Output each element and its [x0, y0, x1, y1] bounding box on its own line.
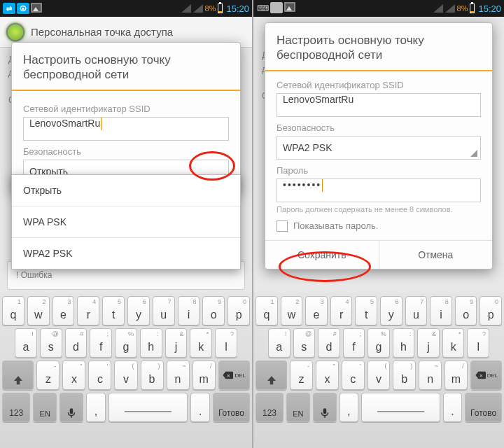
security-option-wpa2[interactable]: WPA2 PSK	[12, 238, 240, 269]
key-t[interactable]: t5	[102, 296, 125, 326]
keyboard-status-icon: ⌨	[256, 2, 269, 15]
space-key[interactable]	[108, 393, 188, 422]
wifi-status-icon: ⦿	[17, 3, 29, 14]
key-z[interactable]: z-	[290, 360, 313, 390]
period-key[interactable]: .	[190, 393, 210, 422]
key-k[interactable]: k*	[442, 328, 465, 358]
key-u[interactable]: u7	[405, 296, 428, 326]
key-y[interactable]: y6	[127, 296, 150, 326]
key-q[interactable]: q1	[255, 296, 278, 326]
key-h[interactable]: h:	[140, 328, 162, 358]
key-f[interactable]: f;	[343, 328, 365, 358]
numeric-key[interactable]: 123	[2, 393, 30, 422]
shift-key[interactable]	[255, 360, 287, 390]
ssid-input[interactable]: LenovoSmartRu	[276, 93, 481, 117]
key-q[interactable]: q1	[2, 296, 24, 326]
numeric-key[interactable]: 123	[255, 393, 284, 422]
key-l[interactable]: l?	[467, 328, 489, 358]
space-key[interactable]	[361, 393, 440, 422]
key-n[interactable]: n~	[167, 360, 190, 390]
key-x[interactable]: x"	[316, 360, 339, 390]
key-a[interactable]: a!	[15, 328, 37, 358]
comma-key[interactable]: ,	[340, 393, 358, 422]
key-g[interactable]: g%	[368, 328, 390, 358]
screenshot-icon	[31, 3, 42, 13]
key-l[interactable]: l?	[215, 328, 237, 358]
lang-key[interactable]: EN	[286, 393, 310, 422]
phone-left: ⇄ ⦿ 8% 15:20 Персональная точка доступа …	[0, 0, 252, 448]
key-w[interactable]: w2	[281, 296, 303, 326]
comma-key[interactable]: ,	[86, 393, 106, 422]
security-option-wpa[interactable]: WPA PSK	[12, 206, 240, 238]
key-p[interactable]: p0	[227, 296, 250, 326]
key-a[interactable]: a!	[268, 328, 290, 358]
key-y[interactable]: y6	[380, 296, 402, 326]
key-c[interactable]: c'	[342, 360, 365, 390]
key-e[interactable]: e3	[305, 296, 328, 326]
cancel-button[interactable]: Отмена	[379, 241, 493, 269]
key-w[interactable]: w2	[27, 296, 50, 326]
key-b[interactable]: b)	[141, 360, 164, 390]
battery-icon	[470, 4, 475, 13]
period-key[interactable]: .	[443, 393, 462, 422]
key-e[interactable]: e3	[52, 296, 75, 326]
key-j[interactable]: j&	[165, 328, 188, 358]
mic-key[interactable]	[59, 393, 83, 422]
mic-key[interactable]	[313, 393, 337, 422]
key-d[interactable]: d#	[65, 328, 88, 358]
save-button[interactable]: Сохранить	[265, 241, 379, 269]
hotspot-icon	[6, 22, 25, 42]
key-s[interactable]: s@	[293, 328, 316, 358]
lang-key[interactable]: EN	[33, 393, 57, 422]
shift-key[interactable]	[2, 360, 34, 390]
key-h[interactable]: h:	[393, 328, 415, 358]
key-r[interactable]: r4	[330, 296, 353, 326]
clock: 15:20	[478, 4, 501, 14]
key-i[interactable]: i8	[178, 296, 200, 326]
key-z[interactable]: z-	[36, 360, 59, 390]
security-dropdown: Открыть WPA PSK WPA2 PSK	[11, 174, 241, 270]
key-k[interactable]: k*	[190, 328, 212, 358]
key-r[interactable]: r4	[77, 296, 99, 326]
kb-row1: q1w2e3r4t5y6u7i8o9p0	[2, 296, 250, 326]
done-key[interactable]: Готово	[213, 393, 250, 422]
key-v[interactable]: v(	[368, 360, 391, 390]
security-option-open[interactable]: Открыть	[12, 175, 240, 206]
ssid-label: Сетевой идентификатор SSID	[276, 80, 481, 90]
key-x[interactable]: x"	[62, 360, 85, 390]
show-password-checkbox[interactable]	[276, 220, 288, 232]
key-o[interactable]: o9	[455, 296, 477, 326]
signal-icon	[193, 4, 203, 13]
kb-row1: q1w2e3r4t5y6u7i8o9p0	[255, 296, 502, 326]
clock: 15:20	[226, 4, 249, 14]
key-d[interactable]: d#	[318, 328, 340, 358]
ssid-input[interactable]: LenovoSmartRu	[23, 117, 229, 141]
key-g[interactable]: g%	[115, 328, 137, 358]
app-icon	[270, 2, 283, 13]
delete-key[interactable]: DEL	[470, 360, 502, 390]
phone-right: ⌨ 8% 15:20 Д д С Настроить основную точк…	[252, 0, 504, 448]
security-select[interactable]: WPA2 PSK	[276, 136, 481, 160]
key-v[interactable]: v(	[114, 360, 137, 390]
key-f[interactable]: f;	[90, 328, 112, 358]
key-i[interactable]: i8	[430, 296, 452, 326]
password-input[interactable]: ••••••••	[276, 178, 481, 202]
key-p[interactable]: p0	[479, 296, 502, 326]
key-m[interactable]: m/	[444, 360, 468, 390]
password-label: Пароль	[276, 165, 481, 176]
key-t[interactable]: t5	[355, 296, 377, 326]
keyboard: q1w2e3r4t5y6u7i8o9p0 a!s@d#f;g%h:j&k*l? …	[0, 293, 252, 448]
key-s[interactable]: s@	[40, 328, 62, 358]
signal-icon	[445, 4, 455, 13]
done-key[interactable]: Готово	[465, 393, 502, 422]
key-n[interactable]: n~	[419, 360, 442, 390]
page-title: Персональная точка доступа	[31, 26, 173, 38]
status-bar: ⇄ ⦿ 8% 15:20	[0, 0, 252, 17]
key-j[interactable]: j&	[417, 328, 440, 358]
key-u[interactable]: u7	[153, 296, 175, 326]
key-c[interactable]: c'	[88, 360, 111, 390]
key-m[interactable]: m/	[192, 360, 216, 390]
delete-key[interactable]: DEL	[218, 360, 250, 390]
key-b[interactable]: b)	[393, 360, 416, 390]
key-o[interactable]: o9	[202, 296, 225, 326]
